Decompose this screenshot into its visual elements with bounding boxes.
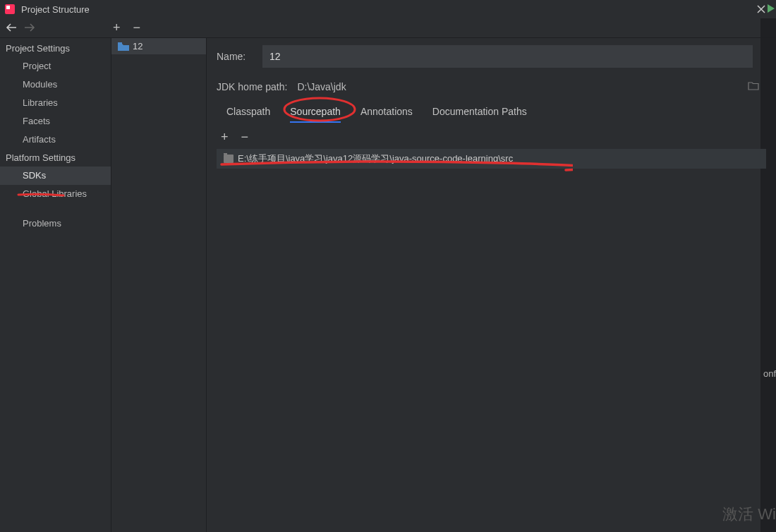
browse-folder-icon[interactable]	[748, 80, 759, 93]
mid-add-button[interactable]: +	[113, 20, 121, 35]
sidebar-item-modules[interactable]: Modules	[0, 75, 111, 94]
tab-annotations[interactable]: Annotations	[360, 106, 413, 123]
right-panel: Name: JDK home path: D:\Java\jdk Classpa…	[207, 38, 776, 532]
sidebar-item-project[interactable]: Project	[0, 57, 111, 75]
add-path-button[interactable]: +	[221, 130, 229, 145]
jdk-home-label: JDK home path:	[217, 81, 287, 92]
sidebar-item-artifacts[interactable]: Artifacts	[0, 131, 111, 149]
tab-documentation-paths[interactable]: Documentation Paths	[432, 106, 527, 123]
svg-rect-1	[6, 6, 10, 9]
source-path-text: E:\练手项目\java学习\java12源码学习\java-source-co…	[238, 152, 513, 165]
name-label: Name:	[217, 51, 255, 62]
side-partial-text: onf	[763, 368, 776, 379]
folder-icon	[224, 155, 234, 163]
source-path-item[interactable]: E:\练手项目\java学习\java12源码学习\java-source-co…	[217, 149, 766, 169]
window-title: Project Structure	[21, 4, 90, 15]
app-icon	[4, 4, 16, 15]
sdk-name-label: 12	[133, 41, 143, 52]
sidebar-item-libraries[interactable]: Libraries	[0, 94, 111, 112]
sidebar-item-facets[interactable]: Facets	[0, 112, 111, 131]
folder-icon	[117, 42, 128, 51]
tab-classpath[interactable]: Classpath	[226, 106, 270, 123]
sdk-list-item[interactable]: 12	[111, 38, 206, 54]
mid-remove-button[interactable]: −	[133, 20, 141, 35]
project-settings-header: Project Settings	[0, 40, 111, 57]
remove-path-button[interactable]: −	[241, 130, 249, 145]
back-arrow-icon[interactable]	[6, 22, 17, 35]
platform-settings-header: Platform Settings	[0, 149, 111, 167]
sidebar-item-sdks[interactable]: SDKs	[0, 167, 111, 185]
sdk-list-panel: 12	[111, 38, 207, 532]
source-path-list: E:\练手项目\java学习\java12源码学习\java-source-co…	[217, 149, 766, 169]
left-panel: Project Settings Project Modules Librari…	[0, 38, 111, 532]
watermark: 激活 Wi	[722, 504, 776, 525]
name-input[interactable]	[262, 45, 753, 68]
tabs-row: Classpath Sourcepath Annotations Documen…	[217, 106, 766, 123]
forward-arrow-icon[interactable]	[24, 22, 35, 35]
run-icon[interactable]	[766, 3, 776, 14]
nav-row: + −	[0, 18, 776, 38]
tab-sourcepath[interactable]: Sourcepath	[290, 106, 341, 123]
titlebar: Project Structure	[0, 0, 776, 18]
sidebar-item-global-libraries[interactable]: Global Libraries	[0, 185, 111, 203]
svg-rect-2	[118, 42, 122, 44]
sidebar-item-problems[interactable]: Problems	[0, 214, 111, 233]
jdk-home-value: D:\Java\jdk	[297, 81, 346, 92]
